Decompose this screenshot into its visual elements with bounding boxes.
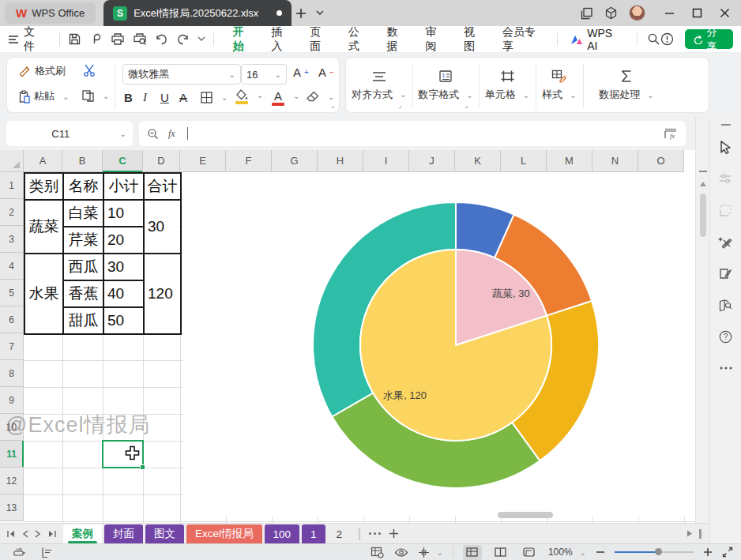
row-header-2[interactable]: 2 [0,199,24,226]
column-header-H[interactable]: H [318,150,363,172]
select-all-corner[interactable] [0,150,24,172]
column-header-D[interactable]: D [143,150,180,172]
zoom-slider-knob[interactable] [655,548,662,555]
underline-button[interactable]: U [160,91,169,104]
print-preview-icon[interactable] [133,32,147,46]
toolbar-group-单元格[interactable]: 单元格⌄ [479,58,536,114]
row-header-10[interactable]: 10 [0,414,24,441]
scroll-up-arrow[interactable] [700,182,706,186]
macro-record-icon[interactable]: VB [13,547,27,558]
increase-font-button[interactable]: A+ [293,66,309,79]
export-pdf-icon[interactable] [89,32,103,46]
spreadsheet-grid[interactable]: ABCDEFGHIJKLMNO 12345678910111213 类别 名称 … [0,150,695,523]
sheet-tab-案例[interactable]: 案例 [63,524,102,544]
column-header-G[interactable]: G [272,150,318,172]
outline-view-icon[interactable] [41,547,54,558]
toolbar-group-样式[interactable]: 样式⌄ [536,58,583,114]
header-category[interactable]: 类别 [24,173,63,200]
cell-subtotal[interactable]: 40 [103,280,144,307]
column-header-J[interactable]: J [409,150,455,172]
cell-name[interactable]: 香蕉 [63,280,103,307]
cell-subtotal[interactable]: 30 [103,254,144,280]
save-icon[interactable] [68,32,81,46]
row-header-3[interactable]: 3 [0,226,24,253]
redo-icon[interactable] [176,33,190,46]
table-settings-icon[interactable] [370,547,385,558]
user-avatar[interactable] [629,5,645,21]
panel-expand-icon[interactable]: ⌟ [465,101,468,109]
cell-name[interactable]: 西瓜 [63,254,103,280]
row-header-8[interactable]: 8 [0,360,24,387]
header-total[interactable]: 合计 [144,173,181,200]
row-header-6[interactable]: 6 [0,306,24,333]
cell-subtotal[interactable]: 50 [103,307,144,334]
italic-button[interactable]: I [143,91,147,104]
row-header-9[interactable]: 9 [0,387,24,414]
page-break-view-button[interactable] [491,545,510,560]
toolbar-group-数据处理[interactable]: 数据处理⌄ [583,58,670,114]
copy-button[interactable]: ⌄ [81,89,109,103]
stable-mode-cube-icon[interactable] [604,6,618,20]
header-subtotal[interactable]: 小计 [103,173,144,200]
column-header-I[interactable]: I [363,150,409,172]
column-header-F[interactable]: F [226,150,272,172]
cut-button[interactable] [83,64,97,77]
cell-total-fruit[interactable]: 120 [144,254,181,334]
notice-icon[interactable] [660,32,674,46]
header-name[interactable]: 名称 [63,173,103,200]
row-header-5[interactable]: 5 [0,280,24,306]
undo-history-chevron[interactable] [197,36,205,42]
more-sheets-button[interactable] [369,532,381,535]
borders-button[interactable]: ⌄ [200,91,228,104]
more-tools-icon[interactable] [710,352,741,384]
row-header-11[interactable]: 11 [0,441,24,468]
font-color-button[interactable]: A ⌄ [271,89,299,103]
column-header-N[interactable]: N [592,150,638,172]
help-icon[interactable]: ? [710,321,741,352]
cell-subtotal[interactable]: 20 [103,227,144,254]
selection-pane-tool[interactable] [710,194,741,226]
cell-category-fruit[interactable]: 水果 [24,254,63,334]
split-handle-icon[interactable] [699,171,707,172]
zoom-slider[interactable] [615,551,694,553]
font-name-select[interactable]: 微软雅黑 ⌄ [122,64,241,85]
wps-ai-button[interactable]: WPS AI [562,27,631,52]
last-sheet-button[interactable] [47,530,57,538]
cell-name[interactable]: 芹菜 [63,227,103,254]
previous-sheet-button[interactable] [22,530,28,538]
sheet-tab-1[interactable]: 1 [302,524,325,544]
cell-category-vegetable[interactable]: 蔬菜 [24,200,63,254]
insert-function-icon[interactable]: fx [167,128,179,139]
eye-visibility-icon[interactable] [394,547,408,558]
column-header-O[interactable]: O [638,150,684,172]
font-size-select[interactable]: 16 ⌄ [241,64,287,85]
panel-expand-icon[interactable]: ⌟ [398,101,401,109]
properties-sliders-tool[interactable] [710,163,741,194]
sheet-tab-图文[interactable]: 图文 [145,524,184,544]
row-header-13[interactable]: 13 [0,494,24,521]
zoom-out-button[interactable] [596,547,605,557]
bold-button[interactable]: B [124,91,133,104]
cascade-windows-icon[interactable] [581,7,593,20]
zoom-in-button[interactable] [703,547,713,557]
minimize-button[interactable] [664,8,675,18]
panel-expand-icon[interactable]: ⌟ [331,101,334,109]
horizontal-scrollbar-thumb[interactable] [498,512,553,518]
fullscreen-icon[interactable] [722,547,733,558]
document-search-tool[interactable] [710,289,741,321]
toolbar-group-对齐方式[interactable]: 对齐方式⌄ [346,58,412,114]
wps-home-tab[interactable]: W WPS Office [5,2,96,24]
chart-data-label-vegetable[interactable]: 蔬菜, 30 [492,287,530,301]
maximize-button[interactable] [692,8,702,18]
decrease-font-button[interactable]: A− [318,66,334,79]
first-sheet-button[interactable] [6,530,16,538]
move-anchor-icon[interactable] [418,547,430,558]
formula-input[interactable]: fx fx [139,121,686,146]
column-header-C[interactable]: C [103,150,143,172]
cell-subtotal[interactable]: 10 [103,200,144,227]
column-header-E[interactable]: E [180,150,226,172]
sheet-tab-100[interactable]: 100 [265,524,300,544]
vertical-scrollbar[interactable] [695,117,709,543]
cell-name[interactable]: 甜瓜 [63,307,103,334]
row-header-12[interactable]: 12 [0,468,24,494]
